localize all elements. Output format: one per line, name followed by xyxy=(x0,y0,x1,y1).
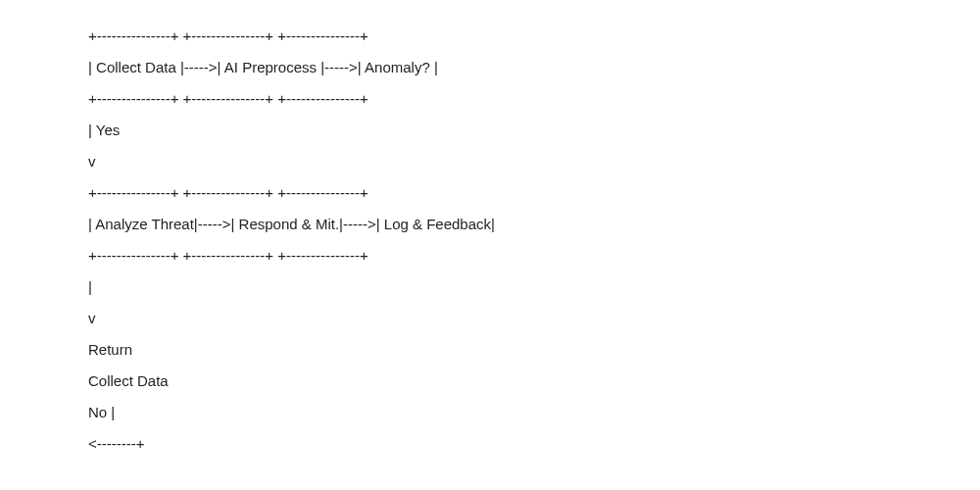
diagram-line-0: +---------------+ +---------------+ +---… xyxy=(88,20,980,51)
diagram-line-2: +---------------+ +---------------+ +---… xyxy=(88,82,980,114)
diagram-line-1: | Collect Data |----->| AI Preprocess |-… xyxy=(88,51,980,82)
diagram-line-13: <--------+ xyxy=(88,427,980,459)
diagram-line-5: +---------------+ +---------------+ +---… xyxy=(88,176,980,208)
diagram-line-7: +---------------+ +---------------+ +---… xyxy=(88,239,980,270)
diagram-line-8: | xyxy=(88,270,980,302)
diagram-line-11: Collect Data xyxy=(88,365,980,396)
diagram-line-3: | Yes xyxy=(88,114,980,145)
diagram-line-12: No | xyxy=(88,396,980,427)
diagram-line-10: Return xyxy=(88,333,980,365)
diagram-line-9: v xyxy=(88,302,980,333)
diagram-line-4: v xyxy=(88,145,980,176)
diagram-line-6: | Analyze Threat|----->| Respond & Mit.|… xyxy=(88,208,980,239)
